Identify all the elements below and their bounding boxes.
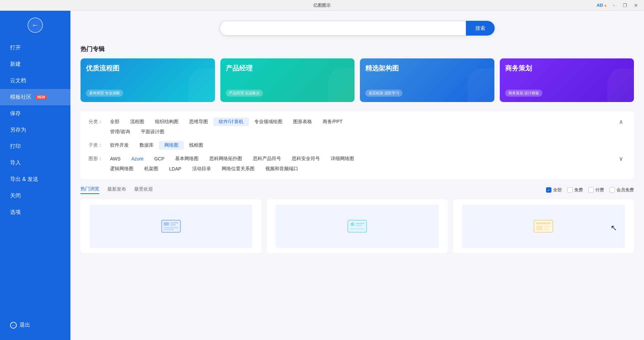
card-deco-4: [607, 68, 634, 102]
sidebar-item-templates[interactable]: 模板社区 NEW: [0, 89, 70, 105]
featured-card-business[interactable]: 商务策划 商务策划 设计模板: [500, 58, 634, 102]
minimize-button[interactable]: －: [609, 2, 618, 9]
new-label: 新建: [10, 61, 21, 68]
search-button[interactable]: 搜索: [466, 21, 495, 36]
filter-cat-flat[interactable]: 平面设计图: [136, 128, 170, 136]
filter-shape-cisco-sec[interactable]: 思科安全符号: [286, 154, 325, 163]
template-preview-1: [90, 205, 252, 248]
featured-card-product[interactable]: 产品经理 产品经理 实战集合: [220, 58, 355, 102]
tab-hot[interactable]: 热门浏览: [80, 186, 99, 194]
main-content: 搜索 热门专辑 优质流程图 多种类型 专业清晰 产品经理 产品经理 实战集合 精…: [70, 11, 644, 340]
filter-sub-network[interactable]: 网络图: [159, 141, 184, 150]
print-label: 打印: [10, 143, 21, 150]
app-title: 亿图图示: [313, 2, 331, 8]
user-badge[interactable]: AD ♦: [597, 3, 607, 8]
sidebar-item-import[interactable]: 导入: [0, 155, 70, 171]
template-card-1[interactable]: [80, 199, 261, 253]
filter-shape-azure[interactable]: Azure: [126, 155, 149, 163]
filter-shape-cisco-net[interactable]: 思科网络拓扑图: [204, 154, 248, 163]
category-label: 分类：: [89, 117, 105, 125]
subcategory-row: 子类： 软件开发 数据库 网络图 线框图: [89, 141, 626, 150]
filter-cat-flow[interactable]: 流程图: [125, 117, 150, 126]
filter-checkboxes: ✓ 全部 免费 付费 会员免费: [546, 187, 634, 193]
filter-shape-ad[interactable]: 活动目录: [187, 164, 216, 173]
window-actions: AD ♦ － ❐ ✕: [597, 2, 640, 9]
filter-cat-all[interactable]: 全部: [105, 117, 125, 126]
shape-expand-icon[interactable]: ∨: [616, 154, 626, 163]
sidebar-item-cloud[interactable]: 云文档: [0, 72, 70, 89]
templates-label: 模板社区: [10, 94, 32, 101]
checkbox-member-free[interactable]: 会员免费: [609, 187, 634, 193]
filter-shape-aws[interactable]: AWS: [105, 155, 126, 163]
card-deco-3: [468, 68, 494, 102]
filter-cat-software[interactable]: 软件/计算机: [213, 117, 249, 126]
user-label: AD: [597, 3, 603, 8]
check-icon-all: ✓: [547, 188, 550, 192]
filter-shape-cisco-prod[interactable]: 思科产品符号: [248, 154, 286, 163]
close-label: 关闭: [10, 192, 21, 199]
filter-sub-wireframe[interactable]: 线框图: [184, 141, 209, 150]
hot-section-title: 热门专辑: [80, 45, 634, 53]
card-sub-arch: 底层框架 进阶学习: [365, 90, 402, 97]
shape-label: 图形：: [89, 154, 105, 162]
sidebar-item-close[interactable]: 关闭: [0, 188, 70, 204]
sidebar-item-exit[interactable]: − 退出: [0, 317, 70, 333]
category-collapse-icon[interactable]: ∧: [616, 117, 626, 126]
sidebar-item-open[interactable]: 打开: [0, 40, 70, 56]
featured-card-flowchart[interactable]: 优质流程图 多种类型 专业清晰: [80, 58, 215, 102]
maximize-button[interactable]: ❐: [621, 2, 629, 9]
title-bar: 亿图图示 AD ♦ － ❐ ✕: [0, 0, 644, 11]
filter-shape-logic[interactable]: 逻辑网络图: [105, 164, 139, 173]
sidebar-item-print[interactable]: 打印: [0, 138, 70, 155]
filter-shape-netloc[interactable]: 网络位置关系图: [216, 164, 260, 173]
sidebar-item-new[interactable]: 新建: [0, 56, 70, 72]
card-deco-2: [328, 68, 355, 102]
filter-shape-detail-net[interactable]: 详细网络图: [325, 154, 360, 163]
filter-cat-special[interactable]: 专业领域绘图: [249, 117, 288, 126]
svg-rect-0: [162, 220, 180, 232]
tab-popular[interactable]: 最受欢迎: [134, 186, 153, 194]
checkbox-free[interactable]: 免费: [567, 187, 583, 193]
sidebar: ← 打开 新建 云文档 模板社区 NEW 保存 另存为 打印 导入 导出 & 发…: [0, 11, 70, 340]
checkbox-all-box: ✓: [546, 187, 551, 193]
sidebar-item-options[interactable]: 选项: [0, 204, 70, 221]
sidebar-item-export[interactable]: 导出 & 发送: [0, 171, 70, 188]
sidebar-item-save[interactable]: 保存: [0, 105, 70, 122]
card-label-arch: 精选架构图: [365, 64, 399, 73]
search-input[interactable]: [220, 21, 466, 36]
svg-rect-15: [544, 228, 549, 230]
svg-rect-13: [536, 226, 543, 230]
checkbox-all[interactable]: ✓ 全部: [546, 187, 562, 193]
filter-shape-gcp[interactable]: GCP: [149, 155, 170, 163]
card-sub-flowchart: 多种类型 专业清晰: [86, 90, 123, 97]
filter-shape-basic[interactable]: 基本网络图: [170, 154, 204, 163]
svg-rect-3: [170, 224, 176, 226]
svg-rect-1: [164, 222, 169, 226]
checkbox-paid[interactable]: 付费: [588, 187, 604, 193]
template-svg-1: [161, 220, 181, 233]
search-bar: 搜索: [220, 21, 495, 36]
new-badge: NEW: [36, 95, 47, 99]
featured-card-arch[interactable]: 精选架构图 底层框架 进阶学习: [360, 58, 494, 102]
template-card-2[interactable]: [267, 199, 447, 253]
filter-cat-manage[interactable]: 管理/咨询: [105, 128, 136, 136]
filter-cat-business[interactable]: 商务/PPT: [317, 117, 348, 126]
filter-shape-av[interactable]: 视频和音频端口: [260, 164, 304, 173]
filter-shape-ldap[interactable]: LDAP: [164, 165, 187, 173]
filter-sub-db[interactable]: 数据库: [134, 141, 159, 150]
sidebar-item-saveas[interactable]: 另存为: [0, 122, 70, 138]
card-sub-business: 商务策划 设计模板: [505, 90, 542, 97]
filter-cat-org[interactable]: 组织结构图: [150, 117, 184, 126]
shape-items-2: 逻辑网络图 机架图 LDAP 活动目录 网络位置关系图 视频和音频端口: [105, 164, 626, 173]
cloud-label: 云文档: [10, 77, 26, 84]
filter-sub-swdev[interactable]: 软件开发: [105, 141, 134, 150]
tab-latest[interactable]: 最新发布: [107, 186, 126, 194]
filter-shape-rack[interactable]: 机架图: [139, 164, 164, 173]
checkbox-paid-box: [588, 187, 594, 193]
template-card-3[interactable]: [453, 199, 634, 253]
options-label: 选项: [10, 209, 21, 216]
back-button[interactable]: ←: [28, 17, 43, 33]
close-button[interactable]: ✕: [632, 2, 640, 9]
filter-cat-mind[interactable]: 思维导图: [184, 117, 213, 126]
filter-cat-chart[interactable]: 图形表格: [288, 117, 317, 126]
